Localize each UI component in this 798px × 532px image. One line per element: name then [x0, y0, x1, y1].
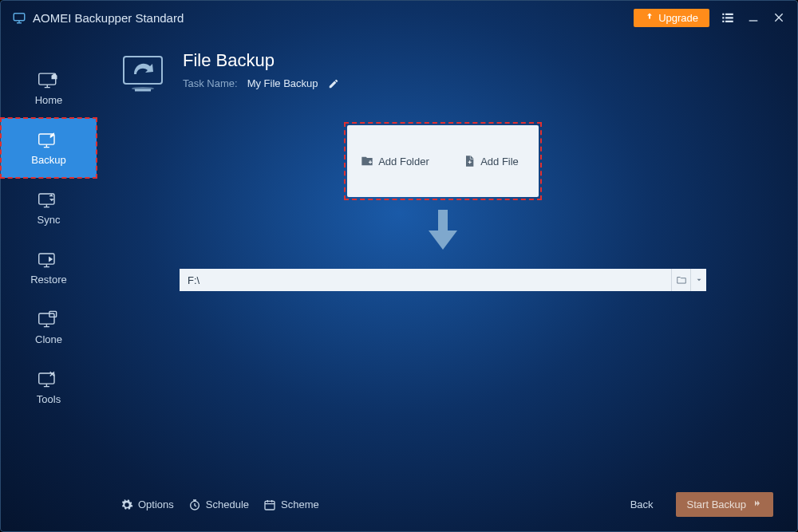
- sidebar-item-backup[interactable]: Backup: [1, 118, 97, 178]
- svg-point-18: [132, 87, 154, 90]
- body: Home Backup Sync Restore: [1, 34, 797, 531]
- chevron-right-icon: [751, 499, 762, 510]
- titlebar: AOMEI Backupper Standard Upgrade: [1, 1, 797, 34]
- browse-folder-icon[interactable]: [671, 269, 690, 291]
- clone-icon: [38, 309, 60, 329]
- close-button[interactable]: [772, 10, 786, 25]
- scheme-button[interactable]: Scheme: [263, 499, 319, 511]
- edit-task-name-icon[interactable]: [328, 78, 339, 89]
- destination-path-bar: [180, 269, 706, 291]
- options-button[interactable]: Options: [120, 499, 174, 511]
- sidebar-item-sync[interactable]: Sync: [1, 178, 97, 238]
- file-plus-icon: [463, 155, 476, 167]
- add-file-button[interactable]: Add File: [443, 125, 539, 197]
- sidebar-item-label: Clone: [35, 333, 62, 345]
- gear-icon: [120, 499, 133, 511]
- task-name-label: Task Name:: [183, 77, 238, 89]
- backup-icon: [38, 130, 60, 149]
- task-name-row: Task Name: My File Backup: [183, 77, 339, 89]
- sidebar-item-label: Tools: [37, 393, 61, 405]
- back-button[interactable]: Back: [622, 494, 662, 515]
- add-file-label: Add File: [480, 156, 519, 167]
- titlebar-right: Upgrade: [634, 9, 786, 27]
- sidebar-item-restore[interactable]: Restore: [1, 238, 97, 298]
- restore-icon: [38, 250, 60, 269]
- start-backup-label: Start Backup: [687, 499, 746, 510]
- svg-rect-2: [725, 14, 733, 15]
- scheme-label: Scheme: [281, 499, 319, 510]
- page-header: File Backup Task Name: My File Backup: [120, 50, 765, 93]
- svg-rect-14: [39, 313, 54, 324]
- app-title: AOMEI Backupper Standard: [33, 11, 184, 25]
- svg-rect-15: [49, 311, 57, 317]
- file-backup-hero-icon: [120, 53, 168, 93]
- back-label: Back: [630, 499, 654, 510]
- folder-plus-icon: [361, 155, 373, 167]
- menu-list-icon[interactable]: [721, 10, 735, 25]
- sidebar-item-clone[interactable]: Clone: [1, 298, 97, 357]
- sidebar-item-tools[interactable]: Tools: [1, 357, 97, 417]
- calendar-icon: [263, 499, 276, 511]
- svg-rect-1: [722, 14, 724, 15]
- sidebar: Home Backup Sync Restore: [1, 34, 97, 531]
- app-logo-icon: [12, 10, 26, 25]
- add-source-box: Add Folder Add File: [347, 125, 539, 197]
- minimize-button[interactable]: [746, 10, 760, 25]
- svg-rect-4: [725, 17, 733, 18]
- main-panel: File Backup Task Name: My File Backup: [97, 34, 797, 531]
- schedule-button[interactable]: Schedule: [188, 499, 249, 511]
- app-window: AOMEI Backupper Standard Upgrade: [0, 0, 798, 532]
- center-stage: Add Folder Add File: [120, 125, 765, 291]
- sidebar-item-label: Home: [35, 94, 63, 106]
- upgrade-label: Upgrade: [658, 12, 698, 24]
- svg-rect-5: [722, 21, 724, 22]
- home-icon: [38, 70, 60, 89]
- footer-bar: Options Schedule Scheme Back: [120, 492, 773, 517]
- svg-rect-21: [265, 501, 275, 510]
- options-label: Options: [138, 499, 174, 510]
- add-folder-label: Add Folder: [378, 156, 429, 167]
- tools-icon: [38, 369, 60, 388]
- upgrade-icon: [645, 12, 654, 24]
- page-title: File Backup: [183, 50, 339, 71]
- sync-icon: [38, 190, 60, 209]
- titlebar-left: AOMEI Backupper Standard: [12, 10, 184, 25]
- sidebar-item-label: Restore: [30, 274, 67, 286]
- schedule-label: Schedule: [206, 499, 249, 510]
- add-folder-button[interactable]: Add Folder: [347, 125, 443, 197]
- clock-icon: [188, 499, 201, 511]
- header-text: File Backup Task Name: My File Backup: [183, 50, 339, 89]
- sidebar-item-label: Backup: [31, 154, 65, 166]
- svg-rect-19: [438, 210, 448, 231]
- svg-rect-6: [725, 21, 733, 22]
- start-backup-button[interactable]: Start Backup: [676, 492, 773, 517]
- destination-path-input[interactable]: [188, 274, 671, 286]
- sidebar-item-home[interactable]: Home: [1, 58, 97, 118]
- sidebar-item-label: Sync: [38, 214, 61, 226]
- upgrade-button[interactable]: Upgrade: [634, 9, 709, 27]
- path-dropdown-icon[interactable]: [690, 269, 706, 291]
- task-name-value: My File Backup: [247, 77, 318, 89]
- arrow-down-icon: [425, 210, 460, 254]
- svg-rect-0: [14, 14, 25, 21]
- svg-rect-3: [722, 17, 724, 18]
- svg-rect-17: [124, 57, 162, 84]
